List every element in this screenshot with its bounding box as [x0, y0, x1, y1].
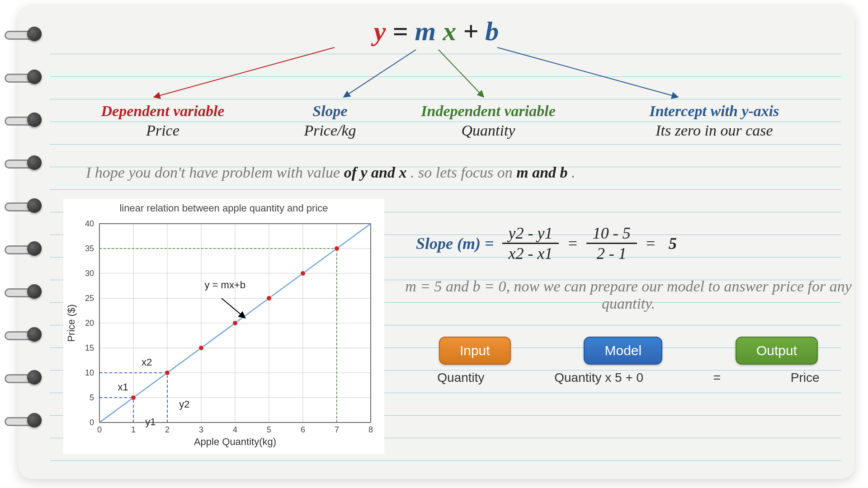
box-model: Model	[584, 337, 662, 365]
def-x-title: Independent variable	[421, 103, 555, 119]
svg-line-56	[222, 298, 245, 318]
eq-plus: +	[463, 16, 485, 46]
eq-m: m	[415, 16, 436, 46]
notebook-page: y = m x + b Dependent variable Price Sl	[18, 5, 854, 479]
eq-x: x	[443, 16, 456, 46]
svg-text:25: 25	[85, 294, 94, 303]
svg-text:6: 6	[301, 425, 305, 434]
def-y-sub: Price	[72, 121, 253, 141]
svg-point-53	[301, 271, 306, 276]
svg-point-52	[267, 296, 272, 301]
svg-line-0	[154, 47, 335, 97]
slope-num2: 10 - 5	[586, 224, 637, 244]
svg-text:40: 40	[85, 219, 94, 228]
boxsub-output: Price	[791, 371, 820, 385]
svg-line-3	[497, 47, 678, 97]
note1-b2: m and b	[516, 164, 567, 181]
boxsub-eq: =	[713, 371, 721, 385]
def-intercept: Intercept with y-axis Its zero in our ca…	[601, 102, 827, 140]
def-m-title: Slope	[312, 103, 347, 119]
svg-line-2	[439, 50, 484, 97]
note1-pre: I hope you don't have problem with value	[86, 164, 344, 181]
boxsub-input: Quantity	[437, 371, 484, 385]
note1-b1: of y and x	[344, 164, 407, 181]
svg-text:Apple Quantity(kg): Apple Quantity(kg)	[194, 436, 276, 447]
svg-text:2: 2	[165, 425, 170, 434]
svg-point-50	[199, 346, 204, 351]
boxsub-model: Quantity x 5 + 0	[554, 371, 643, 385]
box-input: Input	[439, 337, 511, 365]
slope-formula: Slope (m) = y2 - y1 x2 - x1 = 10 - 5 2 -…	[416, 224, 677, 263]
svg-point-51	[233, 321, 238, 326]
slope-eq2: =	[645, 234, 656, 253]
svg-text:35: 35	[85, 244, 94, 253]
equation: y = m x + b	[18, 16, 854, 47]
eq-y: y	[374, 16, 386, 46]
model-boxes: Input Model Output	[402, 337, 854, 365]
def-dependent: Dependent variable Price	[72, 102, 253, 140]
svg-text:y = mx+b: y = mx+b	[205, 279, 245, 291]
model-boxes-sub: Quantity Quantity x 5 + 0 = Price	[402, 371, 854, 385]
svg-point-48	[131, 395, 136, 400]
svg-text:20: 20	[85, 319, 94, 328]
svg-text:3: 3	[199, 425, 203, 434]
slope-label: Slope (m) =	[416, 234, 494, 253]
note1-mid: . so lets focus on	[410, 164, 516, 181]
svg-point-54	[335, 246, 340, 251]
svg-text:8: 8	[368, 425, 373, 434]
box-output: Output	[736, 337, 818, 365]
svg-text:x1: x1	[118, 381, 128, 393]
def-independent: Independent variable Quantity	[398, 102, 579, 140]
svg-text:y2: y2	[179, 399, 189, 410]
note-2: m = 5 and b = 0, now we can prepare our …	[402, 278, 854, 312]
eq-eq: =	[392, 16, 415, 46]
slope-den1: x2 - x1	[502, 244, 559, 263]
svg-text:y1: y1	[145, 416, 156, 427]
def-y-title: Dependent variable	[101, 103, 225, 119]
svg-text:10: 10	[85, 368, 94, 377]
svg-text:Price ($): Price ($)	[66, 304, 77, 342]
def-slope: Slope Price/kg	[271, 102, 389, 140]
svg-text:x2: x2	[142, 357, 152, 368]
chart: linear relation between apple quantity a…	[63, 199, 384, 454]
def-m-sub: Price/kg	[271, 121, 389, 141]
svg-text:0: 0	[97, 425, 102, 434]
svg-text:4: 4	[233, 425, 237, 434]
note1-end: .	[571, 164, 576, 181]
svg-line-1	[344, 50, 416, 97]
slope-result: 5	[664, 234, 677, 253]
def-b-sub: Its zero in our case	[601, 121, 827, 141]
svg-text:5: 5	[267, 425, 271, 434]
svg-text:0: 0	[90, 418, 94, 427]
slope-den2: 2 - 1	[590, 244, 633, 263]
svg-text:1: 1	[131, 425, 136, 434]
note-1: I hope you don't have problem with value…	[86, 164, 576, 181]
svg-text:30: 30	[85, 269, 94, 278]
eq-b: b	[485, 16, 499, 46]
def-x-sub: Quantity	[398, 121, 579, 141]
svg-text:7: 7	[335, 425, 339, 434]
def-b-title: Intercept with y-axis	[649, 103, 779, 119]
svg-text:15: 15	[85, 343, 94, 352]
chart-title: linear relation between apple quantity a…	[63, 202, 384, 214]
slope-num1: y2 - y1	[502, 224, 559, 244]
svg-point-49	[165, 371, 170, 375]
slope-eq1: =	[567, 234, 578, 253]
svg-text:5: 5	[90, 393, 94, 402]
